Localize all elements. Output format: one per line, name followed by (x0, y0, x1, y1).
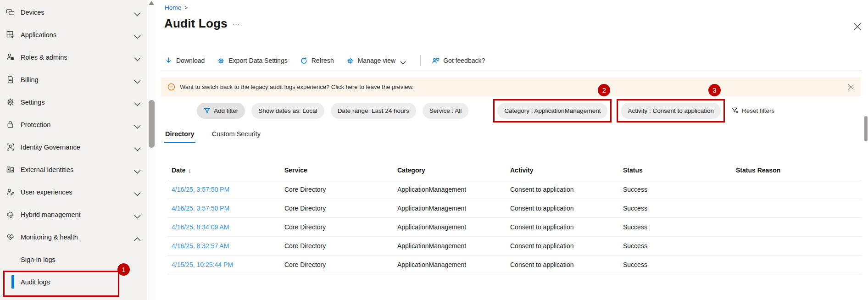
toolbar-separator (420, 55, 421, 66)
sidebar-item-label: Identity Governance (21, 144, 80, 151)
column-header-activity[interactable]: Activity (506, 161, 619, 180)
sidebar: Devices Applications Roles & admins Bill… (0, 0, 147, 300)
sidebar-item-label: Devices (21, 9, 45, 16)
filter-pill-date-range[interactable]: Date range: Last 24 hours (331, 103, 416, 119)
date-link[interactable]: 4/16/25, 3:57:50 PM (168, 199, 281, 217)
reset-filters-button[interactable]: Reset filters (731, 107, 774, 114)
annotation-badge-3: 3 (708, 84, 721, 96)
manage-view-label: Manage view (358, 57, 396, 64)
toolbar-divider (161, 71, 862, 71)
filter-pill-service[interactable]: Service : All (423, 103, 469, 119)
column-header-status-reason[interactable]: Status Reason (732, 161, 862, 180)
column-header-service[interactable]: Service (281, 161, 394, 180)
download-icon (165, 57, 172, 65)
scroll-up-arrow-icon[interactable] (149, 1, 154, 5)
export-data-settings-button[interactable]: Export Data Settings (217, 57, 287, 65)
sidebar-item-label: Roles & admins (21, 54, 67, 61)
download-button[interactable]: Download (165, 57, 205, 65)
applications-icon (6, 30, 15, 39)
chevron-down-icon[interactable] (134, 167, 141, 172)
filter-pill-show-dates[interactable]: Show dates as: Local (251, 103, 324, 119)
chevron-down-icon[interactable] (134, 212, 141, 217)
sidebar-item-user-experiences[interactable]: User experiences (0, 181, 147, 203)
sidebar-item-settings[interactable]: Settings (0, 91, 147, 113)
refresh-button[interactable]: Refresh (300, 57, 334, 65)
table-row[interactable]: 4/16/25, 3:57:50 PM Core Directory Appli… (168, 199, 862, 218)
chevron-down-icon[interactable] (134, 10, 141, 15)
sidebar-item-hybrid-management[interactable]: Hybrid management (0, 203, 147, 226)
sidebar-item-monitoring-health[interactable]: Monitoring & health (0, 226, 147, 248)
banner-message[interactable]: Want to switch back to the legacy audit … (180, 83, 414, 90)
external-identities-icon (6, 165, 15, 174)
sidebar-item-identity-governance[interactable]: Identity Governance (0, 136, 147, 158)
breadcrumb: Home> (165, 4, 188, 11)
manage-view-button[interactable]: Manage view (346, 57, 406, 65)
chevron-down-icon (400, 59, 406, 62)
activity-cell: Consent to application (506, 237, 619, 255)
column-header-category[interactable]: Category (394, 161, 506, 180)
breadcrumb-separator: > (184, 5, 188, 11)
filter-pill-category[interactable]: Category : ApplicationManagement (497, 103, 607, 119)
column-header-date[interactable]: Date ↓ (168, 161, 281, 180)
chevron-down-icon[interactable] (134, 33, 141, 37)
title-overflow-menu[interactable]: … (232, 18, 240, 28)
got-feedback-button[interactable]: Got feedback? (432, 57, 485, 65)
page-title: Audit Logs (164, 17, 228, 31)
date-link[interactable]: 4/16/25, 3:57:50 PM (168, 180, 281, 199)
status-reason-cell (732, 218, 862, 236)
status-reason-cell (732, 180, 862, 199)
sidebar-subitem-label: Audit logs (21, 278, 50, 286)
chevron-down-icon[interactable] (134, 100, 141, 105)
category-cell: ApplicationManagement (394, 256, 506, 274)
service-cell: Core Directory (281, 199, 394, 217)
blocked-icon (167, 83, 175, 91)
roles-admins-icon (6, 53, 15, 62)
table-row[interactable]: 4/16/25, 8:32:57 AM Core Directory Appli… (168, 237, 862, 256)
status-cell: Success (619, 180, 732, 199)
activity-cell: Consent to application (506, 180, 619, 199)
banner-close-icon[interactable] (847, 83, 854, 90)
add-filter-button[interactable]: Add filter (197, 103, 245, 119)
export-data-settings-label: Export Data Settings (228, 57, 287, 64)
sidebar-item-applications[interactable]: Applications (0, 23, 147, 46)
table-row[interactable]: 4/15/25, 10:25:44 PM Core Directory Appl… (168, 256, 862, 274)
table-row[interactable]: 4/16/25, 8:34:09 AM Core Directory Appli… (168, 218, 862, 237)
toolbar: Download Export Data Settings Refresh Ma… (165, 53, 497, 68)
column-header-status[interactable]: Status (619, 161, 732, 180)
service-cell: Core Directory (281, 218, 394, 236)
chevron-down-icon[interactable] (134, 145, 141, 150)
date-link[interactable]: 4/16/25, 8:34:09 AM (168, 218, 281, 236)
settings-icon (6, 98, 15, 107)
tab-custom-security[interactable]: Custom Security (211, 130, 262, 143)
sidebar-item-label: External Identities (21, 166, 73, 173)
status-cell: Success (619, 237, 732, 255)
chevron-down-icon[interactable] (134, 55, 141, 60)
date-link[interactable]: 4/16/25, 8:32:57 AM (168, 237, 281, 255)
sidebar-item-label: Monitoring & health (21, 233, 78, 241)
refresh-label: Refresh (312, 57, 334, 64)
chevron-down-icon[interactable] (134, 122, 141, 127)
page-scrollbar-thumb[interactable] (864, 116, 868, 141)
sidebar-item-billing[interactable]: Billing (0, 68, 147, 91)
filter-funnel-icon (204, 107, 211, 114)
date-link[interactable]: 4/15/25, 10:25:44 PM (168, 256, 281, 274)
filter-pill-activity[interactable]: Activity : Consent to application (621, 103, 721, 119)
table-row[interactable]: 4/16/25, 3:57:50 PM Core Directory Appli… (168, 180, 862, 199)
chevron-down-icon[interactable] (134, 78, 141, 82)
breadcrumb-home-link[interactable]: Home (165, 4, 181, 11)
sidebar-item-roles-admins[interactable]: Roles & admins (0, 46, 147, 68)
chevron-up-icon[interactable] (134, 235, 141, 239)
page-close-icon[interactable] (853, 22, 862, 31)
sidebar-scrollbar[interactable] (147, 0, 156, 300)
tab-directory[interactable]: Directory (164, 130, 195, 143)
chevron-down-icon[interactable] (134, 190, 141, 194)
sidebar-item-protection[interactable]: Protection (0, 113, 147, 136)
sidebar-item-devices[interactable]: Devices (0, 1, 147, 23)
protection-icon (6, 120, 15, 129)
sidebar-item-external-identities[interactable]: External Identities (0, 158, 147, 181)
category-cell: ApplicationManagement (394, 199, 506, 217)
filter-bar: Add filter Show dates as: Local Date ran… (156, 100, 868, 122)
sidebar-scrollbar-thumb[interactable] (149, 100, 155, 148)
sidebar-item-label: Settings (21, 99, 45, 106)
status-reason-cell (732, 256, 862, 274)
